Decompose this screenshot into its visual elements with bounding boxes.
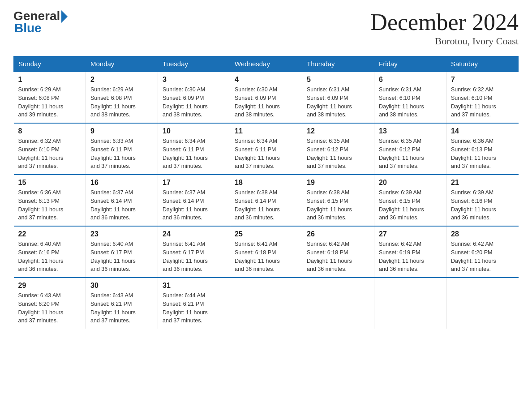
- day-number: 22: [18, 230, 82, 238]
- day-info: Sunrise: 6:41 AM Sunset: 6:18 PM Dayligh…: [235, 240, 297, 274]
- day-number: 26: [307, 230, 369, 238]
- day-number: 5: [307, 76, 369, 84]
- day-number: 8: [18, 127, 82, 135]
- calendar-cell: 25 Sunrise: 6:41 AM Sunset: 6:18 PM Dayl…: [230, 226, 302, 278]
- header-wednesday: Wednesday: [230, 56, 302, 72]
- day-number: 28: [451, 230, 514, 238]
- calendar-week-row: 1 Sunrise: 6:29 AM Sunset: 6:08 PM Dayli…: [14, 72, 519, 123]
- calendar-cell: 17 Sunrise: 6:37 AM Sunset: 6:14 PM Dayl…: [158, 175, 230, 226]
- header-thursday: Thursday: [302, 56, 374, 72]
- day-info: Sunrise: 6:42 AM Sunset: 6:18 PM Dayligh…: [307, 240, 369, 274]
- day-number: 13: [379, 127, 442, 135]
- calendar-cell: 19 Sunrise: 6:38 AM Sunset: 6:15 PM Dayl…: [302, 175, 374, 226]
- day-info: Sunrise: 6:30 AM Sunset: 6:09 PM Dayligh…: [163, 86, 225, 119]
- day-number: 3: [163, 76, 225, 84]
- day-number: 31: [163, 282, 225, 290]
- calendar-cell: 5 Sunrise: 6:31 AM Sunset: 6:09 PM Dayli…: [302, 72, 374, 123]
- calendar-cell: 18 Sunrise: 6:38 AM Sunset: 6:14 PM Dayl…: [230, 175, 302, 226]
- calendar-cell: 29 Sunrise: 6:43 AM Sunset: 6:20 PM Dayl…: [14, 278, 86, 329]
- day-number: 20: [379, 179, 442, 187]
- day-number: 24: [163, 230, 225, 238]
- day-info: Sunrise: 6:44 AM Sunset: 6:21 PM Dayligh…: [163, 291, 225, 325]
- day-number: 1: [18, 76, 82, 84]
- calendar-week-row: 8 Sunrise: 6:32 AM Sunset: 6:10 PM Dayli…: [14, 123, 519, 175]
- calendar-cell: [230, 278, 302, 329]
- day-number: 9: [90, 127, 153, 135]
- day-info: Sunrise: 6:42 AM Sunset: 6:20 PM Dayligh…: [451, 240, 514, 274]
- calendar-cell: 16 Sunrise: 6:37 AM Sunset: 6:14 PM Dayl…: [86, 175, 158, 226]
- calendar-cell: 31 Sunrise: 6:44 AM Sunset: 6:21 PM Dayl…: [158, 278, 230, 329]
- calendar-cell: 3 Sunrise: 6:30 AM Sunset: 6:09 PM Dayli…: [158, 72, 230, 123]
- day-number: 29: [18, 282, 82, 290]
- day-number: 25: [235, 230, 297, 238]
- header-saturday: Saturday: [446, 56, 519, 72]
- day-number: 15: [18, 179, 82, 187]
- calendar-cell: 14 Sunrise: 6:36 AM Sunset: 6:13 PM Dayl…: [446, 123, 519, 175]
- day-info: Sunrise: 6:37 AM Sunset: 6:14 PM Dayligh…: [163, 188, 225, 222]
- day-number: 19: [307, 179, 369, 187]
- day-number: 7: [451, 76, 514, 84]
- day-number: 4: [235, 76, 297, 84]
- location-title: Borotou, Ivory Coast: [370, 35, 519, 47]
- calendar-cell: 30 Sunrise: 6:43 AM Sunset: 6:21 PM Dayl…: [86, 278, 158, 329]
- day-info: Sunrise: 6:34 AM Sunset: 6:11 PM Dayligh…: [163, 137, 225, 171]
- calendar-cell: 2 Sunrise: 6:29 AM Sunset: 6:08 PM Dayli…: [86, 72, 158, 123]
- title-section: December 2024 Borotou, Ivory Coast: [370, 9, 519, 47]
- day-info: Sunrise: 6:39 AM Sunset: 6:16 PM Dayligh…: [451, 188, 514, 222]
- day-info: Sunrise: 6:32 AM Sunset: 6:10 PM Dayligh…: [451, 86, 514, 119]
- day-number: 30: [90, 282, 153, 290]
- calendar-body: 1 Sunrise: 6:29 AM Sunset: 6:08 PM Dayli…: [14, 72, 519, 329]
- logo-blue-text: Blue: [14, 21, 42, 35]
- day-number: 27: [379, 230, 442, 238]
- day-info: Sunrise: 6:29 AM Sunset: 6:08 PM Dayligh…: [18, 86, 82, 119]
- calendar-cell: 9 Sunrise: 6:33 AM Sunset: 6:11 PM Dayli…: [86, 123, 158, 175]
- day-info: Sunrise: 6:29 AM Sunset: 6:08 PM Dayligh…: [90, 86, 153, 119]
- day-number: 11: [235, 127, 297, 135]
- calendar-cell: [374, 278, 446, 329]
- day-number: 12: [307, 127, 369, 135]
- calendar-cell: 15 Sunrise: 6:36 AM Sunset: 6:13 PM Dayl…: [14, 175, 86, 226]
- day-number: 2: [90, 76, 153, 84]
- calendar-week-row: 15 Sunrise: 6:36 AM Sunset: 6:13 PM Dayl…: [14, 175, 519, 226]
- day-info: Sunrise: 6:31 AM Sunset: 6:10 PM Dayligh…: [379, 86, 442, 119]
- header-monday: Monday: [86, 56, 158, 72]
- day-number: 6: [379, 76, 442, 84]
- day-info: Sunrise: 6:43 AM Sunset: 6:21 PM Dayligh…: [90, 291, 153, 325]
- calendar-cell: 27 Sunrise: 6:42 AM Sunset: 6:19 PM Dayl…: [374, 226, 446, 278]
- day-number: 18: [235, 179, 297, 187]
- day-info: Sunrise: 6:39 AM Sunset: 6:15 PM Dayligh…: [379, 188, 442, 222]
- month-year-title: December 2024: [370, 9, 519, 35]
- day-number: 10: [163, 127, 225, 135]
- header-tuesday: Tuesday: [158, 56, 230, 72]
- calendar-cell: 1 Sunrise: 6:29 AM Sunset: 6:08 PM Dayli…: [14, 72, 86, 123]
- calendar-week-row: 22 Sunrise: 6:40 AM Sunset: 6:16 PM Dayl…: [14, 226, 519, 278]
- calendar-cell: 6 Sunrise: 6:31 AM Sunset: 6:10 PM Dayli…: [374, 72, 446, 123]
- calendar-table: Sunday Monday Tuesday Wednesday Thursday…: [13, 56, 519, 329]
- day-number: 17: [163, 179, 225, 187]
- day-info: Sunrise: 6:40 AM Sunset: 6:16 PM Dayligh…: [18, 240, 82, 274]
- calendar-cell: 21 Sunrise: 6:39 AM Sunset: 6:16 PM Dayl…: [446, 175, 519, 226]
- calendar-cell: 12 Sunrise: 6:35 AM Sunset: 6:12 PM Dayl…: [302, 123, 374, 175]
- header-friday: Friday: [374, 56, 446, 72]
- calendar-cell: 11 Sunrise: 6:34 AM Sunset: 6:11 PM Dayl…: [230, 123, 302, 175]
- day-info: Sunrise: 6:37 AM Sunset: 6:14 PM Dayligh…: [90, 188, 153, 222]
- day-info: Sunrise: 6:40 AM Sunset: 6:17 PM Dayligh…: [90, 240, 153, 274]
- day-info: Sunrise: 6:33 AM Sunset: 6:11 PM Dayligh…: [90, 137, 153, 171]
- day-info: Sunrise: 6:34 AM Sunset: 6:11 PM Dayligh…: [235, 137, 297, 171]
- logo: General Blue: [13, 9, 68, 35]
- calendar-cell: 13 Sunrise: 6:35 AM Sunset: 6:12 PM Dayl…: [374, 123, 446, 175]
- day-number: 16: [90, 179, 153, 187]
- calendar-cell: 26 Sunrise: 6:42 AM Sunset: 6:18 PM Dayl…: [302, 226, 374, 278]
- calendar-cell: 10 Sunrise: 6:34 AM Sunset: 6:11 PM Dayl…: [158, 123, 230, 175]
- calendar-cell: 7 Sunrise: 6:32 AM Sunset: 6:10 PM Dayli…: [446, 72, 519, 123]
- day-info: Sunrise: 6:35 AM Sunset: 6:12 PM Dayligh…: [379, 137, 442, 171]
- header-row: Sunday Monday Tuesday Wednesday Thursday…: [14, 56, 519, 72]
- day-number: 14: [451, 127, 514, 135]
- day-info: Sunrise: 6:31 AM Sunset: 6:09 PM Dayligh…: [307, 86, 369, 119]
- calendar-cell: 24 Sunrise: 6:41 AM Sunset: 6:17 PM Dayl…: [158, 226, 230, 278]
- day-number: 21: [451, 179, 514, 187]
- header-sunday: Sunday: [14, 56, 86, 72]
- calendar-cell: 20 Sunrise: 6:39 AM Sunset: 6:15 PM Dayl…: [374, 175, 446, 226]
- day-info: Sunrise: 6:35 AM Sunset: 6:12 PM Dayligh…: [307, 137, 369, 171]
- day-info: Sunrise: 6:30 AM Sunset: 6:09 PM Dayligh…: [235, 86, 297, 119]
